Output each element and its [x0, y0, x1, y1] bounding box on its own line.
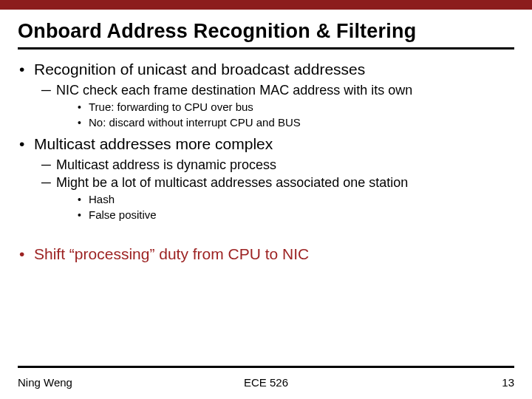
- bullet-level-3: •Hash: [77, 192, 514, 207]
- bullet-level-3: •False positive: [77, 208, 514, 222]
- bullet-dot-icon: •: [77, 100, 89, 115]
- bullet-list-level-2: ─Multicast address is dynamic process─Mi…: [41, 157, 514, 222]
- footer: Ning Weng ECE 526 13: [18, 376, 514, 389]
- bullet-text: NIC check each frame destination MAC add…: [56, 82, 412, 98]
- title-underline: [18, 47, 514, 50]
- top-accent-bar: [0, 0, 532, 10]
- bullet-dot-icon: •: [77, 208, 89, 222]
- bullet-text: No: discard without interrupt CPU and BU…: [89, 115, 301, 130]
- bullet-level-2: ─NIC check each frame destination MAC ad…: [41, 82, 514, 130]
- bullet-text: Multicast address is dynamic process: [56, 157, 276, 173]
- bullet-dot-icon: •: [18, 245, 34, 264]
- bullet-text: True: forwarding to CPU over bus: [89, 100, 253, 115]
- bullet-level-1: •Multicast addresses more complex─Multic…: [18, 134, 514, 222]
- bullet-list-level-3: •True: forwarding to CPU over bus•No: di…: [77, 100, 514, 130]
- bullet-dash-icon: ─: [41, 174, 56, 191]
- slide-body: •Recognition of unicast and broadcast ad…: [18, 60, 514, 264]
- bullet-text: Recognition of unicast and broadcast add…: [34, 60, 365, 79]
- bullet-text: Hash: [89, 192, 115, 207]
- bullet-text: Might be a lot of multicast addresses as…: [56, 174, 408, 191]
- bullet-text: Multicast addresses more complex: [34, 134, 273, 154]
- bullet-level-2: ─Multicast address is dynamic process: [41, 157, 514, 173]
- bullet-level-2: ─Might be a lot of multicast addresses a…: [41, 174, 514, 222]
- bullet-dash-icon: ─: [41, 157, 56, 173]
- slide: Onboard Address Recognition & Filtering …: [0, 0, 532, 399]
- bullet-level-3: •True: forwarding to CPU over bus: [77, 100, 514, 115]
- bullet-dot-icon: •: [77, 192, 89, 207]
- bullet-level-1: •Shift “processing” duty from CPU to NIC: [18, 245, 514, 264]
- spacer: [18, 227, 514, 240]
- footer-rule: [18, 366, 514, 368]
- footer-course: ECE 526: [18, 376, 514, 389]
- footer-page-number: 13: [502, 376, 514, 389]
- bullet-dot-icon: •: [77, 115, 89, 130]
- bullet-list: •Recognition of unicast and broadcast ad…: [18, 60, 514, 264]
- bullet-dot-icon: •: [18, 60, 34, 79]
- bullet-level-3: •No: discard without interrupt CPU and B…: [77, 115, 514, 130]
- bullet-dash-icon: ─: [41, 82, 56, 98]
- footer-author: Ning Weng: [18, 376, 72, 389]
- bullet-level-1: •Recognition of unicast and broadcast ad…: [18, 60, 514, 130]
- bullet-text: Shift “processing” duty from CPU to NIC: [34, 245, 309, 264]
- slide-title: Onboard Address Recognition & Filtering: [18, 20, 514, 43]
- bullet-list-level-3: •Hash•False positive: [77, 192, 514, 222]
- bullet-text: False positive: [89, 208, 157, 222]
- bullet-list-level-2: ─NIC check each frame destination MAC ad…: [41, 82, 514, 130]
- bullet-dot-icon: •: [18, 134, 34, 154]
